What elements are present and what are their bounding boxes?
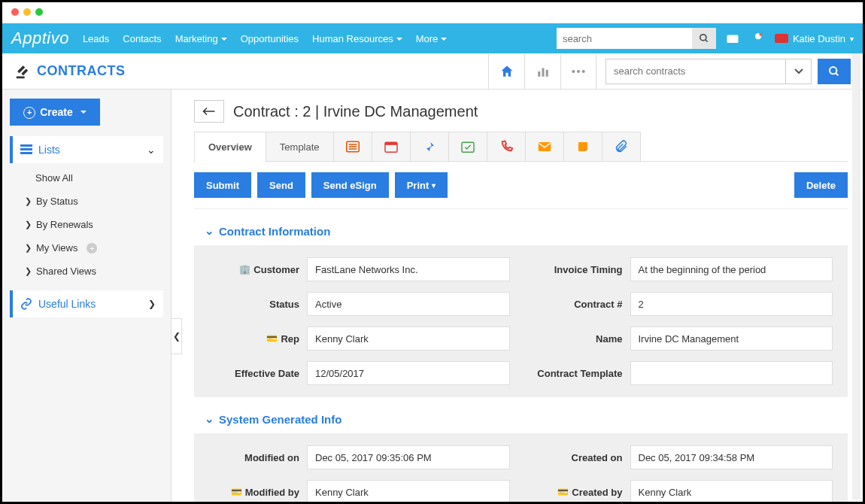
svg-line-15 (836, 73, 838, 75)
tab-task-icon[interactable] (448, 132, 487, 161)
contract-search-dropdown[interactable] (786, 59, 812, 84)
sidebar: Create Lists ⌄ Show All ❯By Status ❯By R… (2, 90, 171, 502)
nav-leads[interactable]: Leads (83, 33, 109, 44)
useful-links-label: Useful Links (38, 298, 96, 310)
logo[interactable]: Apptivo (11, 29, 69, 48)
nav-contacts[interactable]: Contacts (123, 33, 161, 44)
sub-header-tools (488, 54, 851, 89)
chevron-down-icon: ▾ (850, 35, 854, 43)
user-menu[interactable]: Katie Dustin ▾ (775, 33, 854, 44)
scrollbar[interactable] (852, 53, 860, 499)
more-actions-icon[interactable] (560, 54, 596, 89)
action-row: Submit Send Send eSign Print▾ Delete (194, 162, 848, 209)
value-rep[interactable]: Kenny Clark (307, 326, 510, 351)
value-name[interactable]: Irvine DC Management (630, 326, 833, 351)
contract-search-input[interactable] (606, 59, 786, 84)
tab-overview[interactable]: Overview (194, 132, 266, 161)
svg-rect-2 (727, 35, 738, 44)
tab-call-icon[interactable] (487, 132, 526, 161)
nav-marketing[interactable]: Marketing (175, 33, 227, 44)
section-header-system-info[interactable]: ⌄ System Generated Info (205, 412, 848, 426)
svg-rect-10 (545, 69, 548, 76)
svg-rect-18 (20, 152, 32, 154)
tab-calendar-icon[interactable] (372, 132, 411, 161)
tab-pin-icon[interactable] (410, 132, 449, 161)
field-invoice-timing: Invoice Timing At the beginning of the p… (533, 257, 833, 281)
field-rep: 💳Rep Kenny Clark (209, 326, 510, 351)
sidebar-item-sharedviews[interactable]: ❯Shared Views (10, 260, 163, 283)
app-frame: Apptivo Leads Contacts Marketing Opportu… (0, 0, 865, 504)
value-created-on: Dec 05, 2017 09:34:58 PM (630, 445, 833, 469)
global-search-input[interactable] (557, 28, 692, 49)
global-search-button[interactable] (692, 28, 716, 49)
system-info-panel: Modified on Dec 05, 2017 09:35:06 PM Cre… (194, 433, 848, 502)
tab-news-icon[interactable] (333, 132, 372, 161)
nav-hr[interactable]: Human Resources (312, 33, 402, 44)
main-content: Contract : 2 | Irvine DC Management Over… (171, 90, 863, 502)
field-effective-date: Effective Date 12/05/2017 (209, 361, 510, 385)
contract-search (606, 59, 851, 84)
submit-button[interactable]: Submit (194, 172, 251, 198)
svg-point-14 (830, 67, 836, 74)
apps-icon[interactable] (724, 29, 742, 47)
svg-point-0 (700, 35, 706, 41)
sidebar-item-bystatus[interactable]: ❯By Status (10, 190, 163, 213)
id-card-icon: 💳 (266, 333, 278, 344)
user-flag-icon (775, 34, 788, 43)
value-customer[interactable]: FastLane Networks Inc. (307, 257, 510, 281)
nav-more[interactable]: More (416, 33, 448, 44)
value-invoice-timing[interactable]: At the beginning of the period (630, 257, 833, 281)
sidebar-item-myviews[interactable]: ❯My Views+ (10, 236, 163, 260)
section-system-info: ⌄ System Generated Info Modified on Dec … (194, 412, 848, 502)
minimize-window-icon[interactable] (23, 8, 31, 16)
svg-point-11 (572, 69, 575, 72)
send-button[interactable]: Send (257, 172, 305, 198)
nav-opportunities[interactable]: Opportunities (241, 33, 299, 44)
list-icon (20, 144, 32, 155)
contract-search-button[interactable] (818, 59, 851, 84)
reports-icon[interactable] (524, 54, 560, 89)
sidebar-collapse-handle[interactable]: ❮ (171, 318, 182, 354)
back-button[interactable] (194, 100, 224, 123)
global-search (557, 28, 716, 49)
field-contract-num: Contract # 2 (533, 292, 833, 316)
maximize-window-icon[interactable] (35, 8, 43, 16)
field-created-on: Created on Dec 05, 2017 09:34:58 PM (533, 445, 833, 469)
top-right: Katie Dustin ▾ (557, 28, 854, 49)
tab-attachment-icon[interactable] (602, 132, 641, 161)
delete-button[interactable]: Delete (794, 172, 848, 198)
tab-template[interactable]: Template (266, 132, 334, 161)
sidebar-useful-links[interactable]: Useful Links ❯ (10, 290, 163, 317)
print-button[interactable]: Print▾ (395, 172, 448, 198)
svg-point-4 (759, 33, 762, 36)
sub-header: CONTRACTS (2, 53, 863, 90)
page-title: Contract : 2 | Irvine DC Management (233, 103, 478, 120)
close-window-icon[interactable] (11, 8, 19, 16)
tab-notes-icon[interactable] (563, 132, 602, 161)
create-button[interactable]: Create (10, 99, 100, 126)
id-card-icon: 💳 (557, 487, 569, 497)
send-esign-button[interactable]: Send eSign (311, 172, 389, 198)
value-contract-num[interactable]: 2 (630, 292, 833, 316)
svg-rect-17 (20, 148, 32, 150)
value-contract-template[interactable] (630, 361, 833, 385)
sidebar-item-byrenewals[interactable]: ❯By Renewals (10, 213, 163, 236)
value-effective-date[interactable]: 12/05/2017 (307, 361, 510, 385)
value-status[interactable]: Active (307, 292, 510, 316)
field-modified-on: Modified on Dec 05, 2017 09:35:06 PM (209, 445, 510, 469)
notifications-icon[interactable] (749, 29, 767, 47)
field-customer: 🏢Customer FastLane Networks Inc. (209, 257, 510, 281)
add-view-icon[interactable]: + (86, 243, 97, 254)
field-name: Name Irvine DC Management (533, 326, 833, 351)
body: Create Lists ⌄ Show All ❯By Status ❯By R… (2, 90, 863, 502)
home-icon[interactable] (488, 54, 524, 89)
chevron-right-icon: ❯ (25, 266, 32, 276)
top-bar: Apptivo Leads Contacts Marketing Opportu… (2, 23, 863, 53)
tab-email-icon[interactable] (525, 132, 564, 161)
sidebar-lists[interactable]: Lists ⌄ (10, 136, 163, 163)
sidebar-item-showall[interactable]: Show All (10, 166, 163, 190)
value-modified-by: Kenny Clark (307, 480, 510, 502)
svg-rect-5 (17, 76, 25, 78)
section-header-contract-info[interactable]: ⌄ Contract Information (205, 224, 848, 238)
chevron-down-icon: ⌄ (147, 144, 156, 156)
